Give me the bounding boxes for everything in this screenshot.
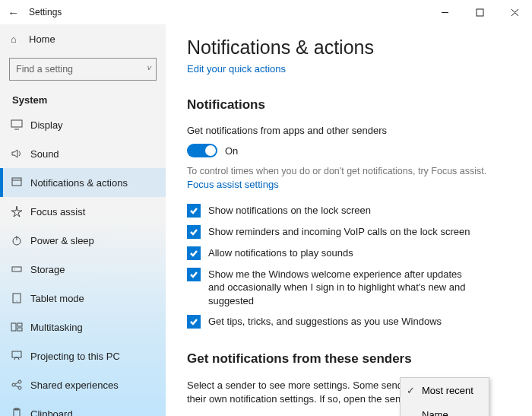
search-input[interactable]: Find a setting ⱽ: [9, 58, 157, 81]
titlebar: ← Settings: [0, 0, 532, 24]
sort-option-label: Most recent: [422, 385, 473, 396]
close-button[interactable]: [497, 0, 532, 24]
sidebar: ⌂ Home Find a setting ⱽ System Display S…: [0, 24, 166, 416]
edit-quick-actions-link[interactable]: Edit your quick actions: [187, 63, 511, 75]
clipboard-icon: [11, 408, 30, 416]
home-icon: ⌂: [11, 33, 29, 45]
check-label: Allow notifications to play sounds: [208, 246, 353, 260]
sidebar-item-multitasking[interactable]: Multitasking: [0, 313, 166, 341]
svg-rect-15: [17, 323, 22, 326]
svg-rect-16: [17, 328, 22, 331]
search-placeholder: Find a setting: [16, 64, 73, 75]
svg-rect-10: [12, 267, 21, 272]
sidebar-item-notifications[interactable]: Notifications & actions: [0, 168, 166, 197]
sidebar-item-label: Tablet mode: [30, 293, 84, 304]
svg-point-19: [18, 380, 21, 383]
back-icon[interactable]: ←: [8, 6, 24, 19]
window-title: Settings: [29, 7, 62, 17]
check-voip-lock-screen[interactable]: Show reminders and incoming VoIP calls o…: [187, 225, 476, 239]
notifications-toggle-row: On: [187, 144, 511, 157]
storage-icon: [11, 263, 30, 275]
check-play-sounds[interactable]: Allow notifications to play sounds: [187, 246, 476, 260]
sidebar-home-label: Home: [29, 33, 55, 45]
sidebar-item-sound[interactable]: Sound: [0, 139, 166, 168]
sidebar-item-focus-assist[interactable]: Focus assist: [0, 197, 166, 226]
check-welcome-experience[interactable]: Show me the Windows welcome experience a…: [187, 268, 476, 308]
sort-option-label: Name: [422, 409, 448, 417]
notifications-checklist: Show notifications on the lock screen Sh…: [187, 204, 511, 329]
check-tips-tricks[interactable]: Get tips, tricks, and suggestions as you…: [187, 315, 476, 329]
sidebar-item-label: Focus assist: [30, 206, 85, 218]
check-label: Get tips, tricks, and suggestions as you…: [208, 315, 442, 329]
checkbox-icon: [187, 225, 201, 239]
sort-dropdown-menu: ✓ Most recent Name: [400, 377, 489, 416]
sidebar-category: System: [0, 88, 166, 110]
sidebar-item-label: Projecting to this PC: [30, 351, 120, 362]
maximize-button[interactable]: [462, 0, 497, 24]
sidebar-item-clipboard[interactable]: Clipboard: [0, 399, 166, 416]
sidebar-item-shared-experiences[interactable]: Shared experiences: [0, 370, 166, 399]
sidebar-item-label: Power & sleep: [30, 235, 94, 246]
sidebar-item-label: Clipboard: [30, 408, 73, 417]
focus-assist-icon: [11, 205, 30, 218]
svg-line-22: [15, 386, 18, 387]
svg-point-13: [17, 301, 17, 302]
check-label: Show notifications on the lock screen: [208, 204, 371, 218]
check-lock-screen[interactable]: Show notifications on the lock screen: [187, 204, 476, 218]
sidebar-item-label: Notifications & actions: [30, 177, 128, 189]
content-pane: Notifications & actions Edit your quick …: [166, 24, 532, 416]
sort-option-name[interactable]: Name: [401, 402, 489, 416]
toggle-on-label: On: [225, 145, 238, 157]
svg-rect-1: [477, 9, 483, 16]
notifications-icon: [11, 176, 30, 189]
svg-line-21: [15, 383, 18, 384]
minimize-button[interactable]: [427, 0, 462, 24]
display-icon: [11, 119, 30, 131]
shared-icon: [11, 379, 30, 391]
check-label: Show me the Windows welcome experience a…: [208, 268, 476, 308]
tablet-icon: [11, 292, 30, 304]
sidebar-item-label: Multitasking: [30, 322, 83, 333]
search-icon: ⱽ: [146, 64, 150, 75]
power-icon: [11, 234, 30, 246]
sort-option-most-recent[interactable]: ✓ Most recent: [401, 378, 489, 402]
focus-assist-hint: To control times when you do or don't ge…: [187, 165, 511, 179]
check-label: Show reminders and incoming VoIP calls o…: [208, 225, 470, 239]
multitasking-icon: [11, 321, 30, 333]
settings-window: ← Settings ⌂ Home Find a setting ⱽ Syste…: [0, 0, 532, 416]
svg-point-18: [12, 383, 15, 386]
checkbox-icon: [187, 246, 201, 260]
svg-rect-14: [11, 323, 16, 331]
svg-rect-17: [12, 351, 21, 357]
check-icon: ✓: [407, 385, 422, 396]
sidebar-nav: Display Sound Notifications & actions Fo…: [0, 110, 166, 416]
checkbox-icon: [187, 315, 201, 329]
notifications-desc: Get notifications from apps and other se…: [187, 125, 511, 136]
checkbox-icon: [187, 204, 201, 218]
svg-rect-4: [11, 120, 22, 127]
page-title: Notifications & actions: [187, 37, 511, 59]
sound-icon: [11, 148, 30, 160]
sidebar-item-label: Shared experiences: [30, 379, 119, 391]
section-senders: Get notifications from these senders: [187, 351, 511, 367]
sidebar-item-tablet-mode[interactable]: Tablet mode: [0, 284, 166, 313]
sidebar-item-label: Display: [30, 119, 63, 131]
focus-assist-link[interactable]: Focus assist settings: [187, 179, 511, 190]
svg-point-20: [18, 386, 21, 389]
sidebar-home[interactable]: ⌂ Home: [0, 24, 166, 53]
svg-point-11: [14, 269, 15, 270]
projecting-icon: [11, 350, 30, 362]
sidebar-item-label: Sound: [30, 148, 59, 160]
notifications-toggle[interactable]: [187, 144, 217, 157]
sidebar-item-projecting[interactable]: Projecting to this PC: [0, 341, 166, 370]
checkbox-icon: [187, 268, 201, 281]
svg-rect-6: [12, 178, 21, 186]
sidebar-item-label: Storage: [30, 264, 65, 275]
sidebar-item-storage[interactable]: Storage: [0, 255, 166, 284]
sidebar-item-display[interactable]: Display: [0, 110, 166, 139]
section-notifications: Notifications: [187, 97, 511, 113]
sidebar-item-power-sleep[interactable]: Power & sleep: [0, 226, 166, 255]
